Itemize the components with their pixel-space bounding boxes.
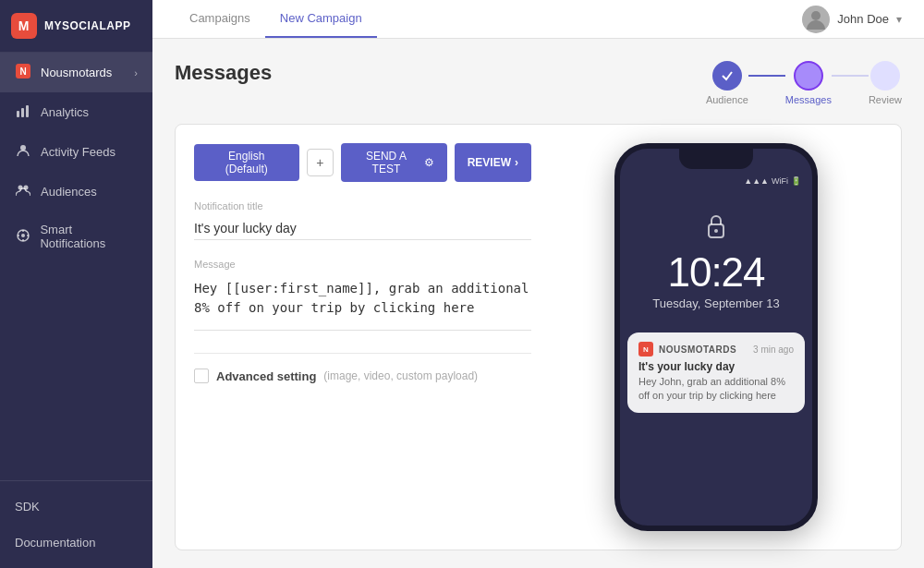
wifi-icon: WiFi bbox=[772, 176, 788, 186]
advanced-hint: (image, video, custom payload) bbox=[323, 369, 478, 382]
svg-point-9 bbox=[21, 234, 25, 237]
logo-icon: M bbox=[11, 13, 37, 39]
sidebar-label-analytics: Analytics bbox=[41, 105, 89, 119]
user-name: John Doe bbox=[837, 12, 889, 26]
advanced-label: Advanced setting bbox=[216, 369, 316, 383]
review-button[interactable]: REVIEW › bbox=[455, 143, 531, 182]
sidebar-item-documentation[interactable]: Documentation bbox=[0, 525, 152, 561]
notif-body: Hey John, grab an additional 8% off on y… bbox=[638, 375, 794, 404]
message-textarea[interactable]: Hey [[user:first_name]], grab an additio… bbox=[194, 275, 531, 331]
stepper: Audience Messages Review bbox=[706, 61, 902, 105]
action-buttons: SEND A TEST ⚙ REVIEW › bbox=[341, 143, 531, 182]
svg-text:N: N bbox=[19, 66, 26, 77]
sidebar-item-sdk[interactable]: SDK bbox=[0, 489, 152, 525]
nousmotards-icon: N bbox=[15, 64, 31, 81]
card-left: English (Default) + SEND A TEST ⚙ REVIEW… bbox=[194, 143, 531, 531]
step-messages-label: Messages bbox=[785, 94, 832, 105]
message-group: Message Hey [[user:first_name]], grab an… bbox=[194, 259, 531, 334]
tab-campaigns[interactable]: Campaigns bbox=[175, 0, 265, 38]
phone-mockup: ▲▲▲ WiFi 🔋 bbox=[614, 143, 818, 531]
step-review-circle bbox=[870, 61, 900, 91]
step-review: Review bbox=[869, 61, 902, 105]
notification-title-label: Notification title bbox=[194, 200, 531, 211]
sidebar-item-smart-notifications[interactable]: Smart Notifications bbox=[0, 211, 152, 261]
topnav: Campaigns New Campaign John Doe ▾ bbox=[152, 0, 924, 39]
notif-header: N NOUSMOTARDS 3 min ago bbox=[638, 342, 794, 357]
sidebar-item-activity-feeds[interactable]: Activity Feeds bbox=[0, 132, 152, 172]
step-messages-circle bbox=[794, 61, 823, 91]
phone-body: ▲▲▲ WiFi 🔋 bbox=[614, 143, 818, 531]
notif-time: 3 min ago bbox=[753, 344, 794, 355]
topnav-tabs: Campaigns New Campaign bbox=[175, 0, 377, 38]
user-menu[interactable]: John Doe ▾ bbox=[802, 6, 902, 33]
step-messages: Messages bbox=[785, 61, 832, 105]
activity-icon bbox=[15, 143, 31, 161]
sidebar-label-nousmotards: Nousmotards bbox=[41, 66, 112, 79]
step-line-1 bbox=[748, 75, 785, 77]
content-area: Messages Audience Messages bbox=[152, 39, 924, 568]
sidebar-label-audiences: Audiences bbox=[41, 185, 97, 199]
tab-new-campaign[interactable]: New Campaign bbox=[265, 0, 377, 38]
advanced-setting-row: Advanced setting (image, video, custom p… bbox=[194, 353, 531, 383]
phone-date: Tuesday, September 13 bbox=[652, 296, 779, 310]
notif-app-name: NOUSMOTARDS bbox=[659, 344, 736, 355]
notification-title-input[interactable] bbox=[194, 217, 531, 240]
phone-preview: ▲▲▲ WiFi 🔋 bbox=[550, 143, 882, 531]
main-content: Campaigns New Campaign John Doe ▾ Messag… bbox=[152, 0, 924, 568]
sidebar-label-activity: Activity Feeds bbox=[41, 145, 116, 159]
message-label: Message bbox=[194, 259, 531, 270]
user-chevron-icon: ▾ bbox=[896, 13, 902, 26]
lang-bar: English (Default) + SEND A TEST ⚙ REVIEW… bbox=[194, 143, 531, 182]
notification-title-group: Notification title bbox=[194, 200, 531, 240]
lock-icon bbox=[705, 213, 727, 245]
sdk-label: SDK bbox=[15, 500, 40, 514]
content-header: Messages Audience Messages bbox=[175, 61, 902, 105]
lang-english-button[interactable]: English (Default) bbox=[194, 144, 299, 181]
step-line-2 bbox=[832, 75, 869, 77]
step-audience-circle bbox=[712, 61, 742, 91]
advanced-checkbox[interactable] bbox=[194, 369, 209, 383]
step-audience: Audience bbox=[706, 61, 748, 105]
phone-screen: ▲▲▲ WiFi 🔋 bbox=[620, 149, 812, 526]
step-audience-label: Audience bbox=[706, 94, 748, 105]
svg-point-5 bbox=[20, 145, 26, 151]
battery-icon: 🔋 bbox=[791, 176, 801, 186]
audiences-icon bbox=[15, 183, 31, 200]
phone-time: 10:24 bbox=[667, 252, 764, 293]
page-title: Messages bbox=[175, 61, 272, 85]
sidebar-bottom: SDK Documentation bbox=[0, 480, 152, 568]
sidebar-item-nousmotards[interactable]: N Nousmotards › bbox=[0, 53, 152, 92]
gear-icon: ⚙ bbox=[424, 156, 434, 169]
analytics-icon bbox=[15, 103, 31, 121]
sidebar: M MYSOCIALAPP N Nousmotards › Analytics bbox=[0, 0, 152, 568]
documentation-label: Documentation bbox=[15, 536, 95, 550]
step-review-label: Review bbox=[869, 94, 902, 105]
notif-title: It's your lucky day bbox=[638, 360, 794, 373]
send-test-button[interactable]: SEND A TEST ⚙ bbox=[341, 143, 447, 182]
chevron-icon: › bbox=[134, 67, 138, 79]
phone-notch bbox=[679, 149, 753, 169]
svg-point-17 bbox=[714, 229, 718, 233]
notif-logo: N bbox=[638, 342, 653, 357]
sidebar-label-smart-notifications: Smart Notifications bbox=[40, 223, 138, 250]
svg-rect-3 bbox=[21, 108, 24, 117]
svg-point-15 bbox=[811, 11, 821, 20]
notification-card: N NOUSMOTARDS 3 min ago It's your lucky … bbox=[627, 332, 805, 413]
app-name: MYSOCIALAPP bbox=[44, 19, 131, 32]
arrow-right-icon: › bbox=[515, 156, 518, 169]
sidebar-logo: M MYSOCIALAPP bbox=[0, 0, 152, 53]
svg-rect-4 bbox=[26, 105, 29, 117]
phone-status-bar: ▲▲▲ WiFi 🔋 bbox=[620, 173, 812, 186]
status-icons: ▲▲▲ WiFi 🔋 bbox=[744, 176, 801, 186]
notifications-icon bbox=[15, 228, 30, 246]
svg-rect-2 bbox=[17, 111, 19, 117]
add-lang-button[interactable]: + bbox=[307, 149, 334, 176]
messages-card: English (Default) + SEND A TEST ⚙ REVIEW… bbox=[175, 124, 902, 550]
avatar bbox=[802, 6, 830, 33]
sidebar-item-analytics[interactable]: Analytics bbox=[0, 92, 152, 132]
signal-icon: ▲▲▲ bbox=[744, 176, 769, 186]
sidebar-item-audiences[interactable]: Audiences bbox=[0, 172, 152, 211]
